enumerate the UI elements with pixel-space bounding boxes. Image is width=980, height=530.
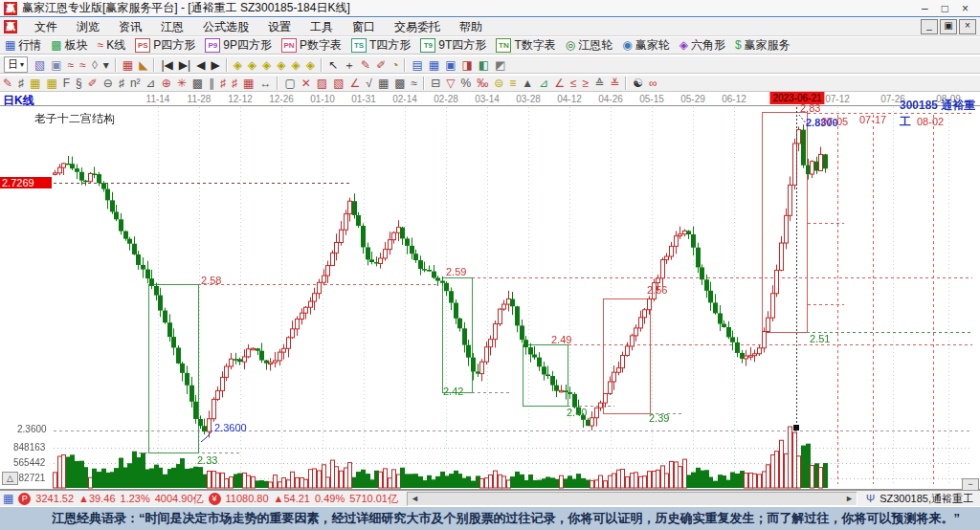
chart-tool-icon[interactable]: ＋ (341, 57, 358, 73)
toolbar-button-9T四方形[interactable]: T99T四方形 (415, 37, 491, 54)
draw-tool-icon[interactable]: ▦ (27, 76, 43, 91)
toolbar-button-行情[interactable]: ▦行情 (0, 37, 46, 54)
chart-tool-icon[interactable]: ▣ (48, 57, 64, 73)
draw-tool-icon[interactable]: ≥ (580, 76, 592, 91)
chart-tool-icon[interactable]: ≈ (65, 57, 78, 73)
draw-tool-icon[interactable]: n² (127, 76, 144, 91)
toolbar-button-赢家服务[interactable]: $赢家服务 (730, 37, 795, 54)
mdi-button[interactable]: × (959, 19, 976, 34)
toolbar-button-T四方形[interactable]: TST四方形 (346, 37, 415, 54)
draw-tool-icon[interactable]: ✎ (0, 76, 15, 91)
draw-tool-icon[interactable]: ≡ (506, 76, 519, 91)
draw-tool-icon[interactable]: ▩ (189, 76, 206, 91)
draw-tool-icon[interactable]: ▧ (330, 76, 346, 91)
draw-tool-icon[interactable]: ▦ (43, 76, 59, 91)
chart-tool-icon[interactable]: ◀ (193, 57, 208, 73)
draw-tool-icon[interactable]: ▽ (443, 76, 457, 91)
chart-tool-icon[interactable]: ▶ (208, 57, 222, 73)
draw-tool-icon[interactable]: ⊟ (428, 76, 443, 91)
chart-tool-icon[interactable]: ◈ (289, 57, 303, 73)
draw-tool-icon[interactable]: % (457, 76, 474, 91)
draw-tool-icon[interactable]: ♯ (217, 76, 229, 91)
toolbar-button-赢家轮[interactable]: ◉赢家轮 (617, 37, 674, 54)
chart-tool-icon[interactable]: ◈ (259, 57, 274, 73)
mdi-button[interactable]: _ (921, 19, 938, 34)
toolbar-button-六角形[interactable]: ◈六角形 (675, 37, 730, 54)
draw-tool-icon[interactable]: ♯ (229, 76, 240, 91)
draw-tool-icon[interactable]: ‰ (474, 76, 491, 91)
draw-tool-icon[interactable]: ♯ (116, 76, 127, 91)
scroll-right-icon[interactable]: ► (845, 494, 854, 503)
draw-tool-icon[interactable]: ≈ (409, 76, 421, 91)
chart-tool-icon[interactable]: ◔ (389, 57, 401, 73)
kline-canvas[interactable] (0, 105, 980, 490)
expand-pane-button[interactable]: △ (2, 472, 18, 485)
menu-item[interactable]: 帮助 (450, 18, 492, 36)
chart-tool-icon[interactable]: ▶| (176, 57, 193, 73)
draw-tool-icon[interactable]: ▩ (391, 76, 408, 91)
draw-tool-icon[interactable]: ▨ (314, 76, 330, 91)
chart-tool-icon[interactable]: ◈ (231, 57, 245, 73)
draw-tool-icon[interactable]: ✕ (299, 76, 314, 91)
menu-item[interactable]: 文件 (25, 18, 67, 36)
quote-grid-icon[interactable]: ▦ (3, 492, 13, 506)
draw-tool-icon[interactable]: ≤ (568, 76, 580, 91)
draw-tool-icon[interactable]: ⊿ (536, 76, 551, 91)
menu-item[interactable]: 资讯 (109, 18, 151, 36)
draw-tool-icon[interactable]: ≙ (591, 76, 607, 91)
close-button[interactable]: × (962, 1, 969, 16)
draw-tool-icon[interactable]: ≚ (607, 76, 622, 91)
chart-tool-icon[interactable]: ✎ (358, 57, 373, 73)
draw-tool-icon[interactable]: ∠ (347, 76, 364, 91)
draw-tool-icon[interactable]: √ (363, 76, 375, 91)
toolbar-button-T数字表[interactable]: TNT数字表 (491, 37, 560, 54)
toolbar-button-K线[interactable]: ≈K线 (93, 37, 131, 54)
period-dropdown[interactable]: 日 ▾ (4, 56, 28, 73)
scroll-left-icon[interactable]: ◄ (411, 494, 419, 503)
draw-tool-icon[interactable]: ⊖ (100, 76, 116, 91)
draw-tool-icon[interactable]: ✐ (85, 76, 100, 91)
draw-tool-icon[interactable]: F (60, 76, 73, 91)
draw-tool-icon[interactable]: ↔ (256, 76, 274, 91)
chart-tool-icon[interactable]: ✐ (373, 57, 389, 73)
toolbar-button-P数字表[interactable]: PNP数字表 (277, 37, 346, 54)
toolbar-button-P四方形[interactable]: PSP四方形 (130, 37, 200, 54)
toolbar-button-9P四方形[interactable]: P99P四方形 (200, 37, 277, 54)
menu-item[interactable]: 浏览 (67, 18, 109, 36)
chart-tool-icon[interactable]: ◣ (136, 57, 150, 73)
chart-tool-icon[interactable]: ↖ (325, 57, 341, 73)
draw-tool-icon[interactable]: ▦ (375, 76, 391, 91)
chart-tool-icon[interactable]: ▤ (409, 57, 425, 73)
maximize-button[interactable]: □ (942, 1, 948, 16)
mdi-button[interactable]: ▣ (940, 19, 957, 34)
draw-tool-icon[interactable]: ⊜ (491, 76, 506, 91)
draw-tool-icon[interactable]: ▦ (240, 76, 256, 91)
chart-tool-icon[interactable]: ▣ (442, 57, 458, 73)
chart-area[interactable]: 江恩工具软件 QQ:100800360 财赢 赢家聊吧 (0, 105, 980, 490)
chart-tool-icon[interactable]: |◀ (158, 57, 175, 73)
menu-item[interactable]: 设置 (258, 18, 301, 36)
menu-item[interactable]: 工具 (301, 18, 343, 36)
chart-tool-icon[interactable]: ◩ (492, 57, 508, 73)
chart-tool-icon[interactable]: ▧ (32, 57, 48, 73)
chart-tool-icon[interactable]: ▦ (120, 57, 136, 73)
minimize-button[interactable]: – (922, 1, 928, 16)
chart-tool-icon[interactable]: ◨ (459, 57, 476, 73)
toolbar-button-江恩轮[interactable]: ◎江恩轮 (561, 37, 617, 54)
draw-tool-icon[interactable]: ⊿ (144, 76, 159, 91)
chart-tool-icon[interactable]: ◈ (274, 57, 288, 73)
draw-tool-icon[interactable]: ∠ (551, 76, 568, 91)
chart-tool-icon[interactable]: ▦ (426, 57, 442, 73)
draw-tool-icon[interactable]: ⊕ (159, 76, 174, 91)
draw-tool-icon[interactable]: § (73, 76, 85, 91)
draw-tool-icon[interactable]: ✳ (174, 76, 189, 91)
chart-tool-icon[interactable]: ≈ (77, 57, 89, 73)
draw-tool-icon[interactable]: ▲ (519, 76, 536, 91)
toolbar-button-板块[interactable]: ▩板块 (46, 37, 92, 54)
menu-item[interactable]: 交易委托 (385, 18, 450, 36)
draw-tool-icon[interactable]: ∥ (206, 76, 217, 91)
chart-tool-icon[interactable]: ◈ (245, 57, 259, 73)
horizontal-scrollbar[interactable]: ◄ ► (407, 492, 858, 506)
chart-tool-icon[interactable]: ▾ (100, 57, 112, 73)
menu-item[interactable]: 窗口 (343, 18, 385, 36)
